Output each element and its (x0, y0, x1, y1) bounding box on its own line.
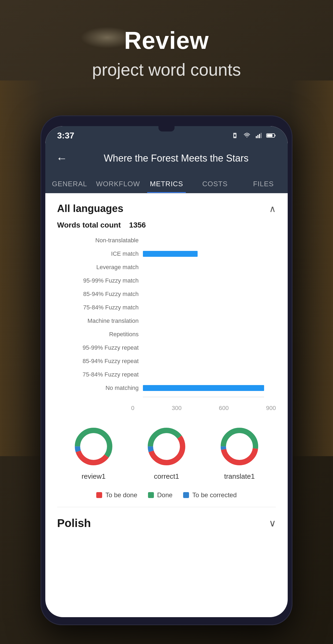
bar-chart: Non-translatableICE matchLeverage match9… (45, 236, 288, 404)
chart-row-label: 85-94% Fuzzy match (57, 291, 143, 298)
chart-row: ICE match (57, 249, 276, 258)
wifi-icon (243, 132, 251, 139)
chart-row-label: 75-84% Fuzzy match (57, 304, 143, 311)
status-time: 3:37 (57, 131, 74, 141)
chart-row-label: Non-translatable (57, 237, 143, 244)
chart-bar-container (143, 250, 276, 258)
chart-bar-container (143, 344, 276, 352)
chart-row-label: 95-99% Fuzzy match (57, 277, 143, 284)
donuts-row: review1correct1translate1 (45, 417, 288, 486)
content-area: All languages ∧ Words total count 1356 N… (45, 193, 288, 539)
phone-notch (158, 126, 175, 131)
words-count-row: Words total count 1356 (45, 221, 288, 236)
signal-icon (255, 132, 262, 139)
svg-point-2 (247, 137, 247, 138)
polish-title: Polish (57, 517, 91, 530)
legend: To be doneDoneTo be corrected (45, 486, 288, 507)
back-button[interactable]: ← (56, 152, 67, 165)
chart-row: 95-99% Fuzzy match (57, 276, 276, 285)
section-title: All languages (57, 203, 123, 214)
axis-label: 0 (131, 405, 134, 412)
tab-general[interactable]: GENERAL (45, 180, 94, 193)
legend-item: To be done (96, 491, 137, 499)
svg-rect-1 (234, 134, 236, 137)
tab-metrics[interactable]: METRICS (142, 180, 191, 193)
chart-row-label: 75-84% Fuzzy repeat (57, 371, 143, 378)
svg-rect-6 (261, 133, 262, 138)
chart-bar-container (143, 357, 276, 365)
axis-label: 600 (219, 405, 229, 412)
battery-icon (266, 132, 276, 139)
chart-bar (143, 385, 264, 391)
donut-svg (145, 425, 188, 468)
legend-label: To be done (105, 491, 137, 499)
tabs-bar: GENERAL WORKFLOW METRICS COSTS FILES (45, 172, 288, 193)
chart-bar-container (143, 290, 276, 298)
chart-bar-container (143, 371, 276, 378)
chart-row-label: 85-94% Fuzzy repeat (57, 358, 143, 365)
axis-label: 900 (266, 405, 276, 412)
donut-label: translate1 (224, 472, 255, 481)
chart-row: Non-translatable (57, 236, 276, 245)
chart-bar-container (143, 304, 276, 311)
section-header: All languages ∧ (45, 193, 288, 221)
train-bg-left (0, 80, 43, 456)
chart-row-label: 95-99% Fuzzy repeat (57, 344, 143, 351)
legend-color-dot (96, 492, 102, 498)
svg-rect-9 (267, 134, 272, 137)
train-bg-right (290, 80, 333, 456)
svg-rect-5 (259, 134, 260, 138)
legend-label: Done (157, 491, 172, 499)
legend-item: To be corrected (183, 491, 236, 499)
subtitle-text: project word counts (0, 60, 333, 80)
chart-bar-container (143, 331, 276, 338)
chart-row: 75-84% Fuzzy repeat (57, 370, 276, 379)
legend-color-dot (183, 492, 189, 498)
chart-row: 85-94% Fuzzy repeat (57, 357, 276, 366)
tab-workflow[interactable]: WORKFLOW (94, 180, 142, 193)
donut-svg (72, 425, 115, 468)
chart-row-label: Repetitions (57, 331, 143, 338)
words-value: 1356 (129, 221, 146, 229)
svg-rect-3 (256, 136, 257, 138)
chart-bar-container (143, 237, 276, 244)
chart-row-label: ICE match (57, 250, 143, 257)
svg-rect-8 (275, 135, 276, 136)
status-icons (231, 132, 276, 139)
chart-row-label: No matching (57, 385, 143, 391)
chart-row: No matching (57, 383, 276, 393)
chart-bar-container (143, 317, 276, 325)
polish-section[interactable]: Polish ∨ (45, 507, 288, 539)
collapse-chevron[interactable]: ∧ (269, 203, 276, 214)
app-header: ← Where the Forest Meets the Stars (45, 145, 288, 172)
donut-chart-item: translate1 (218, 425, 261, 481)
chart-row-label: Leverage match (57, 264, 143, 271)
phone-screen: 3:37 (45, 126, 288, 617)
review-heading: Review (0, 27, 333, 54)
chart-row-label: Machine translation (57, 317, 143, 324)
chart-row: Leverage match (57, 263, 276, 272)
chart-bar (143, 251, 198, 257)
words-label: Words total count (57, 221, 121, 229)
donut-svg (218, 425, 261, 468)
chart-bar-container (143, 277, 276, 284)
sim-icon (231, 132, 239, 139)
tab-files[interactable]: FILES (239, 180, 288, 193)
polish-chevron[interactable]: ∨ (269, 518, 276, 529)
svg-rect-4 (257, 135, 258, 138)
chart-row: 85-94% Fuzzy match (57, 290, 276, 299)
chart-bar-container (143, 264, 276, 271)
donut-label: review1 (82, 472, 106, 481)
legend-item: Done (148, 491, 172, 499)
chart-row: Machine translation (57, 316, 276, 325)
donut-label: correct1 (154, 472, 179, 481)
chart-row: Repetitions (57, 330, 276, 339)
tab-costs[interactable]: COSTS (191, 180, 239, 193)
top-text-area: Review project word counts (0, 27, 333, 80)
phone-frame: 3:37 (40, 115, 293, 625)
chart-row: 95-99% Fuzzy repeat (57, 343, 276, 352)
app-title: Where the Forest Meets the Stars (75, 153, 277, 164)
chart-row: 75-84% Fuzzy match (57, 303, 276, 312)
axis-label: 300 (172, 405, 182, 412)
legend-label: To be corrected (192, 491, 236, 499)
